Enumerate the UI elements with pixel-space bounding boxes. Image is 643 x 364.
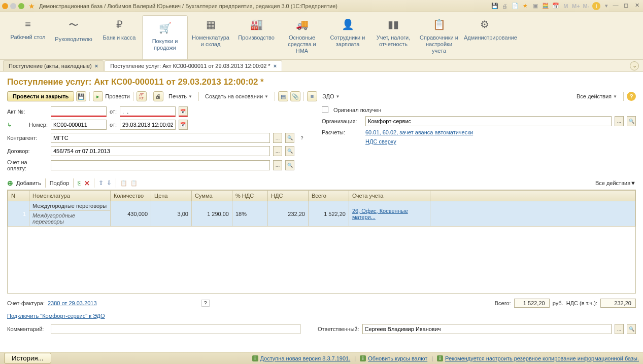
info-icon[interactable]: i bbox=[592, 2, 600, 10]
nav-manager[interactable]: 〜Руководителю bbox=[51, 12, 96, 59]
down-icon[interactable]: ⇩ bbox=[107, 179, 112, 187]
save-icon[interactable]: 💾 bbox=[76, 91, 86, 101]
select-button[interactable]: Подбор bbox=[50, 180, 70, 186]
select-icon[interactable]: … bbox=[273, 146, 282, 156]
create-based-dropdown[interactable]: Создать на основании▼ bbox=[202, 92, 272, 101]
select-icon[interactable]: … bbox=[273, 133, 282, 143]
calc-link[interactable]: 60.01, 60.02, зачет аванса автоматически bbox=[365, 129, 473, 135]
col-vat-pct[interactable]: % НДС bbox=[232, 191, 268, 201]
print-icon[interactable]: 🖨 bbox=[501, 2, 509, 10]
dt-kt-icon[interactable]: ДтКт bbox=[137, 91, 147, 101]
cal-icon[interactable]: 📅 bbox=[552, 2, 560, 10]
up-icon[interactable]: ⇧ bbox=[98, 179, 104, 187]
nav-admin[interactable]: ⚙Администрирование bbox=[462, 12, 507, 59]
doc-icon[interactable]: 📄 bbox=[511, 2, 519, 10]
number-input[interactable] bbox=[51, 120, 107, 130]
edo-dropdown[interactable]: ЭДО▼ bbox=[319, 92, 343, 101]
delete-icon[interactable]: ✕ bbox=[84, 179, 90, 187]
blue-doc-icon[interactable]: ▤ bbox=[278, 91, 288, 101]
search-icon[interactable]: 🔍 bbox=[285, 160, 294, 170]
calendar-icon[interactable]: 📅 bbox=[179, 106, 188, 117]
col-total[interactable]: Всего bbox=[309, 191, 349, 201]
print-dropdown[interactable]: Печать▼ bbox=[165, 92, 195, 101]
search-icon[interactable]: 🔍 bbox=[627, 116, 636, 126]
col-empty[interactable] bbox=[430, 191, 635, 201]
all-actions-dropdown[interactable]: Все действия▼ bbox=[573, 92, 620, 101]
date-input[interactable] bbox=[120, 120, 176, 130]
select-icon[interactable]: … bbox=[273, 160, 282, 170]
contr-input[interactable] bbox=[51, 133, 270, 143]
help-icon[interactable]: ? bbox=[627, 92, 636, 101]
resp-input[interactable] bbox=[362, 324, 612, 334]
nav-desktop[interactable]: ≡Рабочий стол bbox=[5, 12, 51, 59]
org-input[interactable] bbox=[365, 116, 612, 126]
col-sum[interactable]: Сумма bbox=[192, 191, 232, 201]
comment-input[interactable] bbox=[51, 324, 300, 334]
add-button[interactable]: Добавить bbox=[16, 180, 41, 186]
tbl-all-actions-dropdown[interactable]: Все действия▼ bbox=[595, 180, 636, 186]
calendar-icon[interactable]: 📅 bbox=[179, 120, 188, 130]
col-price[interactable]: Цена bbox=[151, 191, 192, 201]
tab-close-icon[interactable]: × bbox=[95, 63, 98, 69]
search-icon[interactable]: 🔍 bbox=[627, 324, 636, 334]
star-icon[interactable]: ★ bbox=[28, 2, 35, 10]
list-icon[interactable]: ≡ bbox=[307, 91, 317, 101]
col-qty[interactable]: Количество bbox=[111, 191, 151, 201]
clipboard-copy-icon[interactable]: 📋 bbox=[120, 180, 127, 187]
tab-close-icon[interactable]: × bbox=[274, 63, 277, 69]
sf-link[interactable]: 2380 от 29.03.2013 bbox=[48, 300, 97, 306]
collapse-nav-button[interactable]: ⌄ bbox=[630, 61, 639, 70]
sf-help-icon[interactable]: ? bbox=[201, 300, 210, 307]
nav-hr[interactable]: 👤Сотрудники и зарплата bbox=[325, 12, 370, 59]
col-nom[interactable]: Номенклатура bbox=[29, 191, 111, 201]
cell-nom[interactable]: Междугородные переговоры bbox=[29, 201, 111, 211]
nav-ref[interactable]: 📋Справочники и настройки учета bbox=[416, 12, 462, 59]
dropdown-icon[interactable]: ▾ bbox=[602, 2, 611, 10]
post-label[interactable]: Провести bbox=[105, 93, 130, 99]
cell-price[interactable]: 3,00 bbox=[151, 201, 192, 227]
cell-acct[interactable]: 26, Офис, Косвенные матери... bbox=[349, 201, 430, 227]
act-no-input[interactable] bbox=[51, 106, 107, 117]
nav-production[interactable]: 🏭Производство bbox=[233, 12, 279, 59]
tab-act-doc[interactable]: Поступление услуг: Акт КС00-000011 от 29… bbox=[105, 60, 282, 71]
cube-icon[interactable]: ▣ bbox=[531, 2, 539, 10]
cell-vat-pct[interactable]: 18% bbox=[232, 201, 268, 227]
nav-bank[interactable]: ₽Банк и касса bbox=[96, 12, 142, 59]
original-checkbox[interactable] bbox=[322, 106, 328, 113]
search-icon[interactable]: 🔍 bbox=[285, 146, 294, 156]
minimize-icon[interactable]: — bbox=[612, 2, 620, 10]
cell-nom2[interactable]: Междугородные переговоры bbox=[29, 211, 111, 227]
act-date-input[interactable] bbox=[120, 106, 176, 117]
post-icon[interactable]: ▸ bbox=[93, 91, 103, 101]
cell-qty[interactable]: 430,000 bbox=[111, 201, 151, 227]
cell-vat[interactable]: 232,20 bbox=[268, 201, 309, 227]
maximize-icon[interactable]: ◻ bbox=[622, 2, 630, 10]
mminus-icon[interactable]: M- bbox=[582, 2, 590, 10]
info-icon[interactable]: ? bbox=[297, 133, 307, 143]
fav-icon[interactable]: ★ bbox=[521, 2, 529, 10]
cell-sum[interactable]: 1 290,00 bbox=[192, 201, 232, 227]
table-row[interactable]: 1 Междугородные переговоры 430,000 3,00 … bbox=[8, 201, 635, 211]
select-icon[interactable]: … bbox=[615, 324, 624, 334]
nds-link[interactable]: НДС сверху bbox=[365, 138, 396, 144]
col-acct[interactable]: Счета учета bbox=[349, 191, 430, 201]
nav-assets[interactable]: 🚚Основные средства и НМА bbox=[279, 12, 325, 59]
search-icon[interactable]: 🔍 bbox=[285, 133, 294, 143]
contract-input[interactable] bbox=[51, 146, 270, 156]
nav-tax[interactable]: ▮▮Учет, налоги, отчетность bbox=[370, 12, 416, 59]
nav-purchases[interactable]: 🛒Покупки и продажи bbox=[142, 15, 188, 59]
printer-icon[interactable]: 🖨 bbox=[153, 91, 163, 101]
items-grid[interactable]: N Номенклатура Количество Цена Сумма % Н… bbox=[7, 190, 636, 294]
m-icon[interactable]: M bbox=[562, 2, 570, 10]
close-icon[interactable]: ✕ bbox=[633, 2, 641, 10]
invoice-input[interactable] bbox=[51, 160, 270, 170]
cell-total[interactable]: 1 522,20 bbox=[309, 201, 349, 227]
clipboard-paste-icon[interactable]: 📋 bbox=[130, 180, 138, 187]
attach-icon[interactable]: 📎 bbox=[290, 91, 300, 101]
post-close-button[interactable]: Провести и закрыть bbox=[7, 91, 74, 101]
mplus-icon[interactable]: M+ bbox=[572, 2, 580, 10]
edo-link[interactable]: Подключить "Комфорт-сервис" к ЭДО bbox=[7, 313, 105, 319]
save-icon[interactable]: 💾 bbox=[491, 2, 499, 10]
copy-row-icon[interactable]: ⎘ bbox=[78, 180, 81, 186]
col-n[interactable]: N bbox=[8, 191, 29, 201]
